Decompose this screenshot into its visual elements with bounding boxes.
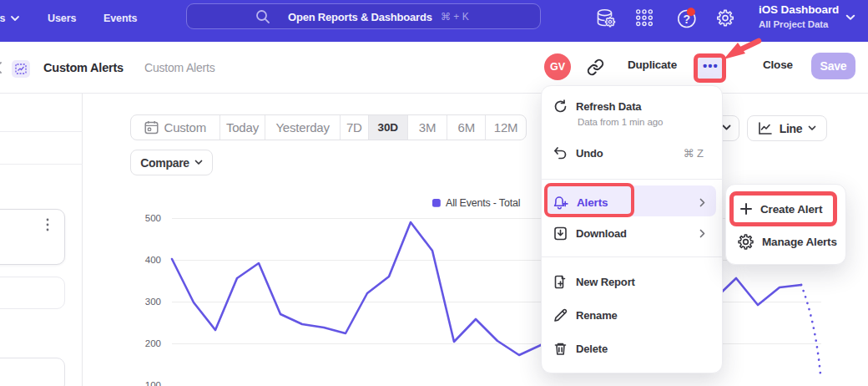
svg-text:All Events - Total: All Events - Total: [446, 197, 520, 209]
svg-text:200: 200: [145, 338, 161, 348]
svg-text:400: 400: [145, 255, 161, 265]
svg-text:300: 300: [145, 297, 161, 307]
svg-text:500: 500: [145, 213, 161, 223]
svg-text:100: 100: [145, 380, 161, 386]
